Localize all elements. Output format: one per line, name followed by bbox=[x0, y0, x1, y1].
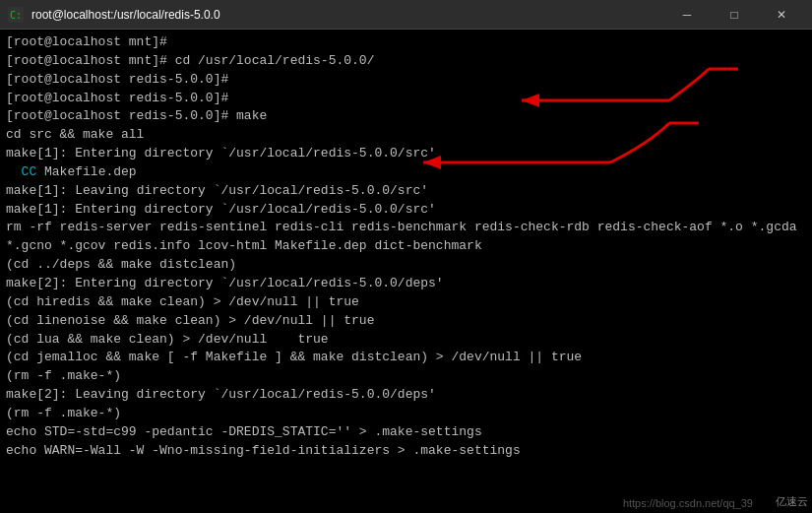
terminal-line-5: [root@localhost redis-5.0.0]# make bbox=[6, 107, 806, 126]
terminal-line-9: make[1]: Leaving directory `/usr/local/r… bbox=[6, 182, 806, 201]
terminal-line-2: [root@localhost mnt]# cd /usr/local/redi… bbox=[6, 52, 806, 71]
terminal-icon: C: bbox=[8, 7, 24, 23]
terminal-line-17: (cd jemalloc && make [ -f Makefile ] && … bbox=[6, 349, 806, 367]
terminal-line-8: CC Makefile.dep bbox=[6, 163, 806, 182]
terminal-line-12: (cd ../deps && make distclean) bbox=[6, 256, 806, 275]
cmd-1: [root@localhost mnt]# cd /usr/local/redi… bbox=[6, 53, 374, 68]
maximize-button[interactable]: □ bbox=[712, 0, 757, 30]
terminal-line-1: [root@localhost mnt]# bbox=[6, 33, 806, 52]
watermark-brand: 亿速云 bbox=[776, 494, 808, 509]
terminal-line-14: (cd hiredis && make clean) > /dev/null |… bbox=[6, 293, 806, 312]
terminal-line-19: make[2]: Leaving directory `/usr/local/r… bbox=[6, 386, 806, 405]
close-button[interactable]: ✕ bbox=[759, 0, 804, 30]
window-controls: ─ □ ✕ bbox=[664, 0, 804, 30]
terminal-line-7: make[1]: Entering directory `/usr/local/… bbox=[6, 145, 806, 163]
terminal-area[interactable]: [root@localhost mnt]# [root@localhost mn… bbox=[0, 30, 812, 513]
terminal-line-11: rm -rf redis-server redis-sentinel redis… bbox=[6, 219, 806, 256]
terminal-line-3: [root@localhost redis-5.0.0]# bbox=[6, 71, 806, 90]
terminal-line-4: [root@localhost redis-5.0.0]# bbox=[6, 90, 806, 108]
terminal-line-18: (rm -f .make-*) bbox=[6, 367, 806, 386]
terminal-line-10: make[1]: Entering directory `/usr/local/… bbox=[6, 201, 806, 220]
prompt-3: [root@localhost redis-5.0.0]# bbox=[6, 72, 228, 87]
prompt-4: [root@localhost redis-5.0.0]# bbox=[6, 91, 228, 105]
terminal-line-6: cd src && make all bbox=[6, 126, 806, 145]
window-title: root@localhost:/usr/local/redis-5.0.0 bbox=[31, 8, 664, 22]
titlebar: C: root@localhost:/usr/local/redis-5.0.0… bbox=[0, 0, 812, 30]
terminal-line-15: (cd linenoise && make clean) > /dev/null… bbox=[6, 312, 806, 331]
cmd-5: [root@localhost redis-5.0.0]# make bbox=[6, 108, 267, 123]
terminal-line-16: (cd lua && make clean) > /dev/null true bbox=[6, 331, 806, 350]
terminal-line-21: echo STD=-std=c99 -pedantic -DREDIS_STAT… bbox=[6, 423, 806, 442]
terminal-line-22: echo WARN=-Wall -W -Wno-missing-field-in… bbox=[6, 442, 806, 461]
terminal-line-20: (rm -f .make-*) bbox=[6, 405, 806, 423]
prompt-1: [root@localhost mnt]# bbox=[6, 34, 167, 49]
svg-text:C:: C: bbox=[10, 10, 22, 21]
cc-label: CC bbox=[22, 164, 37, 179]
watermark-url: https://blog.csdn.net/qq_39 bbox=[623, 497, 753, 509]
terminal-line-13: make[2]: Entering directory `/usr/local/… bbox=[6, 275, 806, 293]
minimize-button[interactable]: ─ bbox=[664, 0, 710, 30]
